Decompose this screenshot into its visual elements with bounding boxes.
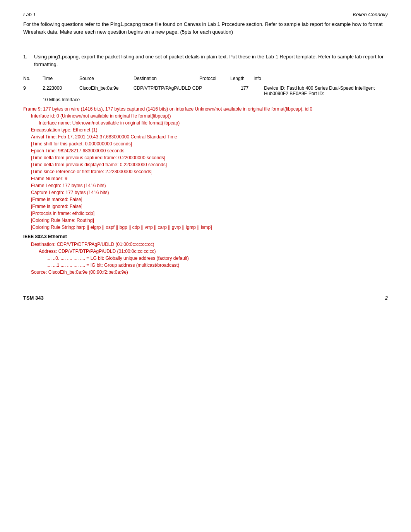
intro-paragraph: For the following questions refer to the…: [23, 20, 388, 36]
frame-detail-line: Frame Length: 177 bytes (1416 bits): [23, 182, 388, 189]
frame-detail-line: Frame Number: 9: [23, 175, 388, 182]
student-name: Kellen Connolly: [353, 12, 388, 17]
packet-length: 177: [241, 85, 256, 96]
lab-title: Lab 1: [23, 12, 36, 17]
col-dest-header: Destination: [134, 76, 192, 81]
col-source-header: Source: [79, 76, 126, 81]
frame-detail-line: [Time delta from previous captured frame…: [23, 154, 388, 161]
frame-detail-line: Arrival Time: Feb 17, 2001 10:43:37.6830…: [23, 133, 388, 140]
frame-detail-line: [Time shift for this packet: 0.000000000…: [23, 140, 388, 147]
footer-page: 2: [385, 295, 388, 301]
packet-source: CiscoEth_be:0a:9e: [79, 85, 126, 96]
frame-details: Frame 9: 177 bytes on wire (1416 bits), …: [23, 106, 388, 276]
packet-info: Device ID: FastHub 400 Series Dual-Speed…: [264, 85, 388, 96]
col-info-header: Info: [253, 76, 388, 81]
frame-detail-line: Interface id: 0 (Unknown/not available i…: [23, 113, 388, 119]
packet-time: 2.223000: [43, 85, 72, 96]
frame-detail-line: Encapsulation type: Ethernet (1): [23, 126, 388, 133]
page-footer: TSM 343 2: [23, 291, 388, 301]
frame-detail-line: [Time delta from previous displayed fram…: [23, 161, 388, 168]
question-section: 1. Using ping1.pcapng, export the packet…: [23, 53, 388, 68]
col-time-header: Time: [43, 76, 72, 81]
col-no-header: No.: [23, 76, 35, 81]
question-number-1: 1.: [23, 53, 31, 68]
col-len-header: Length: [230, 76, 246, 81]
ieee-detail-line: .... ..0. .... .... .... .... = LG bit: …: [23, 255, 388, 262]
frame-detail-line: [Coloring Rule String: hsrp || eigrp || …: [23, 224, 388, 231]
packet-row-continuation: 10 Mbps Interface: [23, 97, 388, 102]
ieee-lines-container: Destination: CDP/VTP/DTP/PAgP/UDLD (01:0…: [23, 241, 388, 276]
frame-main-line: Frame 9: 177 bytes on wire (1416 bits), …: [23, 106, 388, 113]
frame-detail-line: Interface name: Unknown/not available in…: [23, 119, 388, 126]
ieee-detail-line: Source: CiscoEth_be:0a:9e (00:90:f2:be:0…: [23, 269, 388, 276]
frame-detail-line: Epoch Time: 982428217.683000000 seconds: [23, 147, 388, 154]
ieee-detail-line: Destination: CDP/VTP/DTP/PAgP/UDLD (01:0…: [23, 241, 388, 248]
ieee-detail-line: .... ...1 .... .... .... .... = IG bit: …: [23, 262, 388, 269]
frame-detail-line: Capture Length: 177 bytes (1416 bits): [23, 189, 388, 196]
packet-table: No. Time Source Destination Protocol Len…: [23, 76, 388, 102]
packet-header-row: No. Time Source Destination Protocol Len…: [23, 76, 388, 83]
question-item-1: 1. Using ping1.pcapng, export the packet…: [23, 53, 388, 68]
col-proto-header: Protocol: [199, 76, 223, 81]
footer-course: TSM 343: [23, 295, 44, 301]
frame-detail-line: [Time since reference or first frame: 2.…: [23, 168, 388, 175]
frame-detail-line: [Frame is ignored: False]: [23, 203, 388, 210]
question-text-1: Using ping1.pcapng, export the packet li…: [34, 53, 388, 68]
ieee-section-header: IEEE 802.3 Ethernet: [23, 234, 388, 239]
ieee-detail-line: Address: CDP/VTP/DTP/PAgP/UDLD (01:00:0c…: [23, 248, 388, 255]
packet-destination: CDP/VTP/DTP/PAgP/UDLD CDP: [134, 85, 202, 96]
frame-lines-container: Interface id: 0 (Unknown/not available i…: [23, 113, 388, 231]
packet-data-row: 9 2.223000 CiscoEth_be:0a:9e CDP/VTP/DTP…: [23, 85, 388, 97]
frame-detail-line: [Protocols in frame: eth:llc:cdp]: [23, 210, 388, 217]
intro-text: For the following questions refer to the…: [23, 21, 383, 35]
frame-detail-line: [Coloring Rule Name: Routing]: [23, 217, 388, 224]
packet-protocol: [210, 85, 233, 96]
page-header: Lab 1 Kellen Connolly: [23, 12, 388, 17]
packet-no: 9: [23, 85, 35, 96]
frame-detail-line: [Frame is marked: False]: [23, 196, 388, 203]
